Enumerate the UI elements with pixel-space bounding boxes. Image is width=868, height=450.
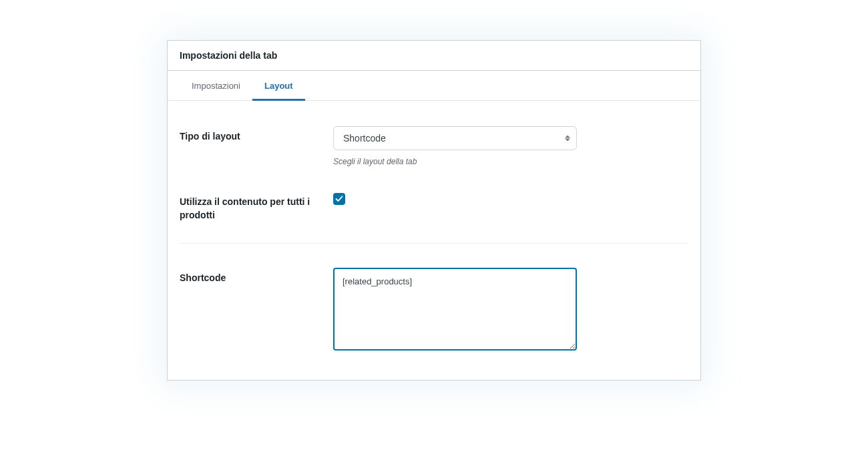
- layout-type-value: Shortcode: [343, 133, 386, 144]
- tab-impostazioni[interactable]: Impostazioni: [180, 71, 252, 101]
- control-layout-type: Shortcode Scegli il layout della tab: [333, 126, 688, 166]
- control-shortcode: [333, 268, 688, 353]
- panel-header: Impostazioni della tab: [167, 40, 701, 71]
- panel-title: Impostazioni della tab: [180, 50, 688, 61]
- row-use-for-all: Utilizza il contenuto per tutti i prodot…: [180, 185, 688, 228]
- panel-body: Impostazioni Layout Tipo di layout Short…: [167, 71, 701, 381]
- tab-layout[interactable]: Layout: [252, 71, 305, 101]
- label-shortcode: Shortcode: [180, 268, 333, 285]
- label-use-for-all: Utilizza il contenuto per tutti i prodot…: [180, 192, 333, 222]
- control-use-for-all: [333, 192, 688, 205]
- layout-type-help: Scegli il layout della tab: [333, 157, 688, 166]
- tabs: Impostazioni Layout: [168, 71, 700, 101]
- layout-type-select-wrap: Shortcode: [333, 126, 577, 150]
- layout-type-select[interactable]: Shortcode: [333, 126, 577, 150]
- use-for-all-checkbox[interactable]: [333, 193, 345, 205]
- row-shortcode: Shortcode: [180, 243, 688, 360]
- row-layout-type: Tipo di layout Shortcode Scegli il layou…: [180, 120, 688, 173]
- settings-panel: Impostazioni della tab Impostazioni Layo…: [167, 40, 701, 381]
- check-icon: [335, 195, 343, 203]
- label-layout-type: Tipo di layout: [180, 126, 333, 144]
- shortcode-textarea[interactable]: [333, 268, 577, 351]
